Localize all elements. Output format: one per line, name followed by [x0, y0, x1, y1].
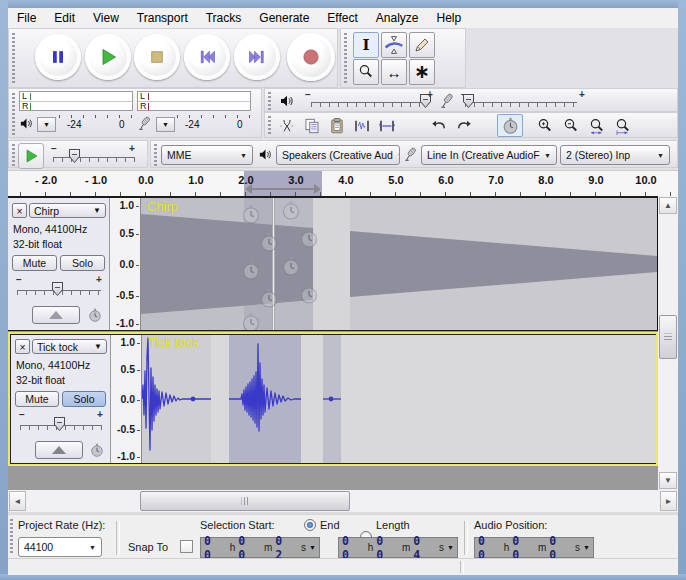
sync-lock-button[interactable] [497, 114, 523, 137]
trim-audio-button[interactable] [350, 114, 373, 137]
play-icon [23, 148, 39, 164]
toolbar-grip[interactable] [344, 33, 347, 85]
track-control-panel[interactable]: × Chirp ▼ Mono, 44100Hz 32-bit float Mut… [8, 198, 110, 330]
vertical-ruler[interactable]: 1.0 0.5 0.0 -0.5 -1.0 [111, 335, 142, 463]
horizontal-scroll-thumb[interactable] [140, 491, 350, 511]
scroll-right-button[interactable]: ► [660, 491, 677, 511]
scroll-left-button[interactable]: ◄ [9, 491, 26, 511]
output-volume-slider[interactable] [311, 102, 427, 107]
playback-device-select[interactable]: Speakers (Creative Aud▼ [276, 145, 400, 165]
audio-position-field[interactable]: 0 0h 0 0m 0 0s ▼ [474, 537, 594, 558]
toolbar-grip[interactable] [12, 144, 15, 166]
waveform-view[interactable]: Tick tock [142, 335, 656, 463]
mute-button[interactable]: Mute [12, 255, 57, 271]
zoom-out-icon [562, 117, 580, 135]
close-track-button[interactable]: × [15, 339, 30, 354]
skip-to-end-button[interactable] [234, 34, 280, 80]
snap-to-checkbox[interactable] [180, 540, 193, 553]
chevron-down-icon[interactable]: ▼ [309, 544, 316, 551]
fit-project-button[interactable] [611, 114, 634, 137]
zoom-in-button[interactable] [533, 114, 556, 137]
stop-button[interactable] [134, 34, 180, 80]
menu-file[interactable]: File [8, 9, 45, 28]
solo-button[interactable]: Solo [60, 255, 105, 271]
menu-effect[interactable]: Effect [318, 9, 366, 28]
track-title-menu[interactable]: Tick tock ▼ [32, 339, 107, 354]
scroll-down-button[interactable]: ▼ [659, 472, 677, 489]
toolbar-grip[interactable] [154, 144, 157, 166]
meter-right-label: R [22, 101, 29, 111]
mute-button[interactable]: Mute [15, 391, 59, 407]
project-rate-value: 44100 [24, 541, 53, 553]
pause-button[interactable] [35, 34, 81, 80]
timeline-tick-label: 0.0 [128, 174, 164, 186]
toolbar-grip[interactable] [268, 92, 271, 110]
end-radio-label[interactable]: End [320, 519, 340, 531]
recording-meter[interactable]: L R [137, 91, 251, 111]
recording-meter-dropdown[interactable]: ▼ [156, 117, 175, 132]
toolbar-grip[interactable] [12, 33, 15, 85]
cut-button[interactable] [275, 114, 298, 137]
envelope-tool-button[interactable] [381, 32, 407, 58]
multi-tool-button[interactable]: ∗ [409, 59, 435, 85]
play-at-speed-button[interactable] [18, 143, 44, 169]
zoom-tool-button[interactable] [353, 59, 379, 85]
draw-tool-button[interactable] [409, 32, 435, 58]
selection-end-field[interactable]: 0 0h 0 0m 0 4s ▼ [338, 537, 458, 558]
length-radio-label[interactable]: Length [376, 519, 410, 531]
play-button[interactable] [85, 34, 131, 80]
project-rate-select[interactable]: 44100 ▼ [18, 537, 102, 557]
menu-edit[interactable]: Edit [45, 9, 84, 28]
zoom-out-button[interactable] [559, 114, 582, 137]
playback-meter-dropdown[interactable]: ▼ [37, 117, 56, 132]
menu-help[interactable]: Help [428, 9, 471, 28]
vertical-scrollbar[interactable]: ▲ ▼ [658, 196, 678, 490]
left-right-arrow-icon: ↔ [387, 64, 402, 81]
vertical-ruler[interactable]: 1.0 0.5 0.0 -0.5 -1.0 [110, 198, 141, 330]
menu-view[interactable]: View [84, 9, 128, 28]
redo-icon [455, 117, 473, 135]
menu-transport[interactable]: Transport [128, 9, 197, 28]
playback-meter[interactable]: L R [19, 91, 133, 111]
undo-button[interactable] [427, 114, 450, 137]
audio-host-select[interactable]: MME▼ [161, 145, 253, 165]
horizontal-scrollbar[interactable]: ◄ ► [8, 490, 678, 512]
close-track-button[interactable]: × [12, 203, 27, 218]
chevron-down-icon[interactable]: ▼ [447, 544, 454, 551]
toolbar-grip[interactable] [10, 519, 13, 555]
input-volume-slider[interactable] [465, 102, 577, 107]
copy-button[interactable] [300, 114, 323, 137]
collapse-track-button[interactable] [35, 441, 83, 459]
selection-tool-button[interactable]: I [353, 32, 379, 58]
menu-generate[interactable]: Generate [250, 9, 318, 28]
vertical-scroll-thumb[interactable] [659, 315, 677, 359]
timeline-ruler[interactable]: - 2.0 - 1.0 0.0 1.0 2.0 3.0 4.0 5.0 6.0 … [8, 170, 678, 197]
redo-button[interactable] [452, 114, 475, 137]
microphone-icon [137, 115, 153, 131]
selection-start-field[interactable]: 0 0h 0 0m 0 2s ▼ [200, 537, 320, 558]
waveform-view[interactable]: Chirp [141, 198, 658, 330]
menu-analyze[interactable]: Analyze [367, 9, 428, 28]
track-title-menu[interactable]: Chirp ▼ [29, 203, 106, 218]
track-control-panel[interactable]: × Tick tock ▼ Mono, 44100Hz 32-bit float… [11, 335, 111, 463]
toolbar-grip[interactable] [268, 116, 271, 136]
menu-tracks[interactable]: Tracks [197, 9, 251, 28]
solo-button[interactable]: Solo [62, 391, 106, 407]
skip-to-start-button[interactable] [184, 34, 230, 80]
clip-split-line[interactable] [272, 198, 275, 330]
silence-audio-button[interactable] [375, 114, 398, 137]
end-radio[interactable] [304, 519, 316, 531]
collapse-track-button[interactable] [32, 306, 80, 324]
selection-toolbar: Project Rate (Hz): 44100 ▼ Snap To Selec… [8, 514, 678, 559]
fit-selection-button[interactable] [585, 114, 608, 137]
recording-channels-select[interactable]: 2 (Stereo) Inp▼ [560, 145, 670, 165]
scroll-up-button[interactable]: ▲ [659, 197, 677, 214]
paste-button[interactable] [325, 114, 348, 137]
chevron-down-icon[interactable]: ▼ [583, 544, 590, 551]
playback-speed-slider[interactable] [53, 157, 135, 162]
recording-device-select[interactable]: Line In (Creative AudioF▼ [421, 145, 557, 165]
mixer-toolbar: − + − + [264, 88, 678, 112]
record-button[interactable] [287, 33, 335, 81]
timeshift-tool-button[interactable]: ↔ [381, 59, 407, 85]
toolbar-grip[interactable] [12, 93, 15, 135]
